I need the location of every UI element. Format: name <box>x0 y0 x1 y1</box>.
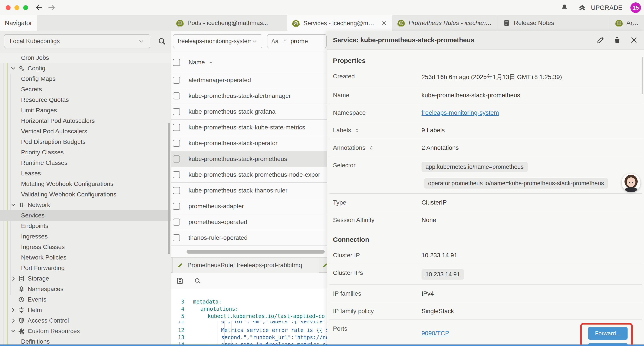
row-checkbox[interactable] <box>173 187 180 194</box>
detail-scrollbar[interactable] <box>642 57 643 94</box>
search-input[interactable] <box>290 37 317 45</box>
sidebar-item-secrets[interactable]: Secrets <box>0 84 171 95</box>
sidebar-item-resource-quotas[interactable]: Resource Quotas <box>0 95 171 105</box>
table-row[interactable]: kube-prometheus-stack-prometheus-node-ex… <box>171 167 327 183</box>
namespace-select[interactable]: freeleaps-monitoring-system <box>173 34 262 48</box>
sidebar-item-events[interactable]: Events <box>0 294 171 305</box>
list-search-box[interactable]: Aa .* <box>267 34 326 48</box>
sidebar-item-runtime-classes[interactable]: Runtime Classes <box>0 158 171 168</box>
sidebar-item-namespaces[interactable]: Namespaces <box>0 284 171 294</box>
upgrade-chevrons-icon[interactable] <box>578 3 586 12</box>
sidebar-item-helm[interactable]: Helm <box>0 305 171 315</box>
delete-trash-icon[interactable] <box>613 36 622 44</box>
forward-arrow-icon[interactable] <box>47 3 56 12</box>
row-checkbox[interactable] <box>173 92 180 99</box>
table-row[interactable]: thanos-ruler-operated <box>171 230 327 246</box>
table-row[interactable]: prometheus-adapter <box>171 198 327 214</box>
row-checkbox[interactable] <box>173 203 180 210</box>
sidebar-scrollbar[interactable] <box>168 123 170 254</box>
row-checkbox[interactable] <box>173 234 180 241</box>
navigator-panel-tab[interactable]: Navigator <box>0 15 37 31</box>
row-checkbox[interactable] <box>173 108 180 115</box>
sidebar-item-services[interactable]: Services <box>0 210 171 221</box>
chevron-down-icon <box>252 38 258 44</box>
editor-tab-bar: PrometheusRule: freeleaps-prod-rabbitmq <box>171 257 327 273</box>
sidebar-item-mutating-webhook-configurations[interactable]: Mutating Webhook Configurations <box>0 179 171 189</box>
sidebar-item-ingresses[interactable]: Ingresses <box>0 231 171 242</box>
close-icon[interactable] <box>381 20 387 26</box>
port-link-9090[interactable]: 9090/TCP <box>422 330 449 337</box>
minimize-window-light[interactable] <box>14 5 19 10</box>
row-checkbox[interactable] <box>173 219 180 226</box>
kubeconfig-select[interactable]: Local Kubeconfigs <box>4 34 150 48</box>
sidebar-item-access-control[interactable]: Access Control <box>0 315 171 326</box>
expander-icon[interactable] <box>368 145 374 151</box>
table-row[interactable]: kube-prometheus-stack-operator <box>171 135 327 151</box>
divider <box>0 52 171 52</box>
sidebar-item-pod-disruption-budgets[interactable]: Pod Disruption Budgets <box>0 137 171 147</box>
notification-bell-icon[interactable] <box>560 3 568 12</box>
sidebar-item-limit-ranges[interactable]: Limit Ranges <box>0 105 171 116</box>
yaml-editor[interactable]: 3metadata: 4annotations: 5kubectl.kubern… <box>171 289 327 346</box>
tab-argo[interactable]: Argo Se <box>610 15 644 31</box>
zoom-window-light[interactable] <box>23 5 28 10</box>
annotations-count[interactable]: 2 Annotations <box>422 144 638 151</box>
sidebar-item-storage[interactable]: Storage <box>0 273 171 284</box>
horizontal-scrollbar[interactable] <box>186 250 325 254</box>
runbook-url-link[interactable]: https://net <box>297 335 327 341</box>
table-row[interactable]: prometheus-operated <box>171 214 327 230</box>
sidebar-item-network[interactable]: Network <box>0 200 171 210</box>
table-row-selected[interactable]: kube-prometheus-stack-prometheus <box>171 151 327 167</box>
sidebar-item-leases[interactable]: Leases <box>0 168 171 179</box>
sidebar-item-horizontal-pod-autoscalers[interactable]: Horizontal Pod Autoscalers <box>0 116 171 126</box>
search-icon[interactable] <box>158 37 166 45</box>
name-column-header[interactable]: Name <box>188 59 205 66</box>
sidebar-item-config-maps[interactable]: Config Maps <box>0 74 171 84</box>
sidebar-item-cron-jobs[interactable]: Cron Jobs <box>0 52 171 63</box>
tab-services[interactable]: Services - icecheng@math... <box>287 15 392 31</box>
sidebar-item-validating-webhook-configurations[interactable]: Validating Webhook Configurations <box>0 189 171 200</box>
row-checkbox[interactable] <box>173 171 180 178</box>
search-icon[interactable] <box>194 277 201 285</box>
row-checkbox[interactable] <box>173 140 180 147</box>
table-row[interactable]: kube-prometheus-stack-grafana <box>171 104 327 120</box>
row-checkbox[interactable] <box>173 77 180 84</box>
sidebar-item-priority-classes[interactable]: Priority Classes <box>0 147 171 158</box>
edit-pencil-icon[interactable] <box>596 36 605 44</box>
row-checkbox[interactable] <box>173 124 180 131</box>
table-row[interactable]: alertmanager-operated <box>171 72 327 88</box>
forward-button-9090[interactable]: Forward... <box>588 327 628 340</box>
back-arrow-icon[interactable] <box>35 3 44 12</box>
sidebar-item-custom-resources[interactable]: Custom Resources <box>0 326 171 336</box>
expander-icon[interactable] <box>354 127 360 133</box>
sidebar-item-vertical-pod-autoscalers[interactable]: Vertical Pod Autoscalers <box>0 126 171 137</box>
labels-count[interactable]: 9 Labels <box>422 126 638 134</box>
sidebar-item-port-forwarding[interactable]: Port Forwarding <box>0 263 171 273</box>
service-detail-panel: Service: kube-prometheus-stack-prometheu… <box>327 31 644 346</box>
namespace-link[interactable]: freeleaps-monitoring-system <box>422 109 499 116</box>
editor-tab-partial[interactable] <box>319 258 327 273</box>
sort-ascending-icon[interactable] <box>208 59 214 65</box>
table-row[interactable]: kube-prometheus-stack-thanos-ruler <box>171 183 327 198</box>
close-icon[interactable] <box>630 36 638 44</box>
tab-release-notes[interactable]: Release Notes <box>498 15 610 31</box>
row-checkbox[interactable] <box>173 155 180 162</box>
close-window-light[interactable] <box>6 5 10 10</box>
save-icon[interactable] <box>176 277 184 285</box>
select-all-checkbox[interactable] <box>173 59 180 66</box>
tab-pods[interactable]: Pods - icecheng@mathmas... <box>171 15 287 31</box>
assistant-avatar[interactable] <box>622 173 640 192</box>
type-value: ClusterIP <box>422 198 638 206</box>
sidebar-item-network-policies[interactable]: Network Policies <box>0 252 171 263</box>
match-case-toggle[interactable]: Aa <box>271 38 278 45</box>
table-row[interactable]: kube-prometheus-stack-kube-state-metrics <box>171 120 327 135</box>
table-row[interactable]: kube-prometheus-stack-alertmanager <box>171 88 327 104</box>
tab-prometheus-rules[interactable]: Prometheus Rules - icecheng... <box>392 15 498 31</box>
sidebar-item-ingress-classes[interactable]: Ingress Classes <box>0 242 171 252</box>
upgrade-label[interactable]: UPGRADE <box>591 4 622 11</box>
notification-count-badge[interactable]: 15 <box>630 2 641 13</box>
sidebar-item-config[interactable]: Config <box>0 63 171 74</box>
regex-toggle[interactable]: .* <box>282 38 286 45</box>
editor-tab-prometheusrule[interactable]: PrometheusRule: freeleaps-prod-rabbitmq <box>172 258 319 273</box>
sidebar-item-endpoints[interactable]: Endpoints <box>0 221 171 231</box>
